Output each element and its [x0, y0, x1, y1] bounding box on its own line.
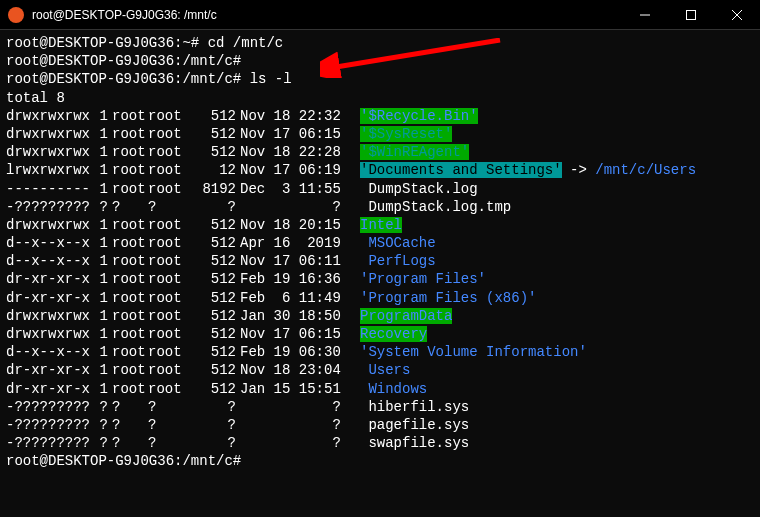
file-row: dr-xr-xr-x1rootroot512Feb 6 11:49'Progra…	[6, 289, 754, 307]
file-size: 512	[188, 107, 236, 125]
file-name-text: hiberfil.sys	[360, 399, 469, 415]
file-row: dr-xr-xr-x1rootroot512Nov 18 23:04 Users	[6, 361, 754, 379]
file-group: root	[148, 361, 188, 379]
file-perms: drwxrwxrwx	[6, 107, 90, 125]
file-group: ?	[148, 198, 188, 216]
shell-prompt: root@DESKTOP-G9J0G36:/mnt/c#	[6, 53, 241, 69]
file-name-text: 'Documents and Settings'	[360, 162, 562, 178]
file-date: ?	[236, 434, 348, 452]
file-name-text: 'Program Files (x86)'	[360, 290, 536, 306]
file-name: PerfLogs	[348, 252, 436, 270]
file-name: '$SysReset'	[348, 125, 452, 143]
file-size: 512	[188, 252, 236, 270]
file-name-text: MSOCache	[360, 235, 436, 251]
file-perms: dr-xr-xr-x	[6, 361, 90, 379]
file-date: ?	[236, 416, 348, 434]
file-links: 1	[90, 216, 108, 234]
window-controls	[622, 0, 760, 30]
file-owner: root	[108, 307, 148, 325]
file-size: 512	[188, 143, 236, 161]
file-perms: d--x--x--x	[6, 234, 90, 252]
file-size: 512	[188, 270, 236, 288]
svg-rect-1	[687, 10, 696, 19]
file-name-text: '$WinREAgent'	[360, 144, 469, 160]
file-owner: root	[108, 270, 148, 288]
file-perms: dr-xr-xr-x	[6, 270, 90, 288]
minimize-button[interactable]	[622, 0, 668, 30]
file-name: pagefile.sys	[348, 416, 469, 434]
file-name-text: PerfLogs	[360, 253, 436, 269]
file-date: Nov 17 06:15	[236, 125, 348, 143]
file-listing: drwxrwxrwx1rootroot512Nov 18 22:32'$Recy…	[6, 107, 754, 453]
file-row: -????????????? ? swapfile.sys	[6, 434, 754, 452]
file-row: -????????????? ? hiberfil.sys	[6, 398, 754, 416]
file-row: drwxrwxrwx1rootroot512Nov 17 06:15Recove…	[6, 325, 754, 343]
prompt-line: root@DESKTOP-G9J0G36:~# cd /mnt/c	[6, 34, 754, 52]
file-date: Nov 18 22:32	[236, 107, 348, 125]
file-row: -????????????? ? pagefile.sys	[6, 416, 754, 434]
shell-prompt: root@DESKTOP-G9J0G36:/mnt/c#	[6, 71, 241, 87]
file-perms: drwxrwxrwx	[6, 143, 90, 161]
file-date: Nov 17 06:11	[236, 252, 348, 270]
file-row: d--x--x--x1rootroot512Nov 17 06:11 PerfL…	[6, 252, 754, 270]
file-name: '$WinREAgent'	[348, 143, 469, 161]
file-group: root	[148, 143, 188, 161]
file-owner: root	[108, 161, 148, 179]
file-group: ?	[148, 398, 188, 416]
file-name-text: Windows	[360, 381, 427, 397]
file-perms: ----------	[6, 180, 90, 198]
file-row: d--x--x--x1rootroot512Feb 19 06:30'Syste…	[6, 343, 754, 361]
file-links: 1	[90, 180, 108, 198]
file-name: 'Documents and Settings' -> /mnt/c/Users	[348, 161, 696, 179]
file-name-text: 'Program Files'	[360, 271, 486, 287]
file-links: ?	[90, 398, 108, 416]
file-group: ?	[148, 434, 188, 452]
file-group: root	[148, 180, 188, 198]
file-group: root	[148, 343, 188, 361]
file-perms: dr-xr-xr-x	[6, 289, 90, 307]
file-name: DumpStack.log	[348, 180, 478, 198]
prompt-line: root@DESKTOP-G9J0G36:/mnt/c# ls -l	[6, 70, 754, 88]
command-text: cd /mnt/c	[199, 35, 283, 51]
terminal-area[interactable]: root@DESKTOP-G9J0G36:~# cd /mnt/c root@D…	[0, 30, 760, 475]
file-size: 512	[188, 380, 236, 398]
file-name-text: ProgramData	[360, 308, 452, 324]
file-size: 8192	[188, 180, 236, 198]
file-name-text: DumpStack.log	[360, 181, 478, 197]
shell-prompt: root@DESKTOP-G9J0G36:~#	[6, 35, 199, 51]
close-button[interactable]	[714, 0, 760, 30]
file-owner: root	[108, 289, 148, 307]
maximize-button[interactable]	[668, 0, 714, 30]
file-perms: d--x--x--x	[6, 252, 90, 270]
file-row: drwxrwxrwx1rootroot512Nov 18 22:28'$WinR…	[6, 143, 754, 161]
file-row: dr-xr-xr-x1rootroot512Feb 19 16:36'Progr…	[6, 270, 754, 288]
file-group: root	[148, 216, 188, 234]
file-name: Recovery	[348, 325, 427, 343]
file-name: 'System Volume Information'	[348, 343, 587, 361]
file-owner: root	[108, 361, 148, 379]
file-group: root	[148, 161, 188, 179]
file-owner: ?	[108, 198, 148, 216]
file-row: dr-xr-xr-x1rootroot512Jan 15 15:51 Windo…	[6, 380, 754, 398]
file-size: 12	[188, 161, 236, 179]
file-size: 512	[188, 325, 236, 343]
file-name-text: '$SysReset'	[360, 126, 452, 142]
file-links: 1	[90, 161, 108, 179]
file-row: drwxrwxrwx1rootroot512Jan 30 18:50Progra…	[6, 307, 754, 325]
file-size: ?	[188, 416, 236, 434]
total-line: total 8	[6, 89, 754, 107]
file-name: DumpStack.log.tmp	[348, 198, 511, 216]
file-date: Dec 3 11:55	[236, 180, 348, 198]
file-row: drwxrwxrwx1rootroot512Nov 18 20:15Intel	[6, 216, 754, 234]
file-name: swapfile.sys	[348, 434, 469, 452]
file-perms: lrwxrwxrwx	[6, 161, 90, 179]
command-text: ls -l	[241, 71, 291, 87]
file-date: Feb 19 06:30	[236, 343, 348, 361]
symlink-arrow: ->	[562, 162, 596, 178]
file-date: Jan 15 15:51	[236, 380, 348, 398]
file-links: 1	[90, 361, 108, 379]
file-name-text: 'System Volume Information'	[360, 344, 587, 360]
file-name-text: '$Recycle.Bin'	[360, 108, 478, 124]
file-date: Feb 6 11:49	[236, 289, 348, 307]
prompt-line: root@DESKTOP-G9J0G36:/mnt/c#	[6, 452, 754, 470]
